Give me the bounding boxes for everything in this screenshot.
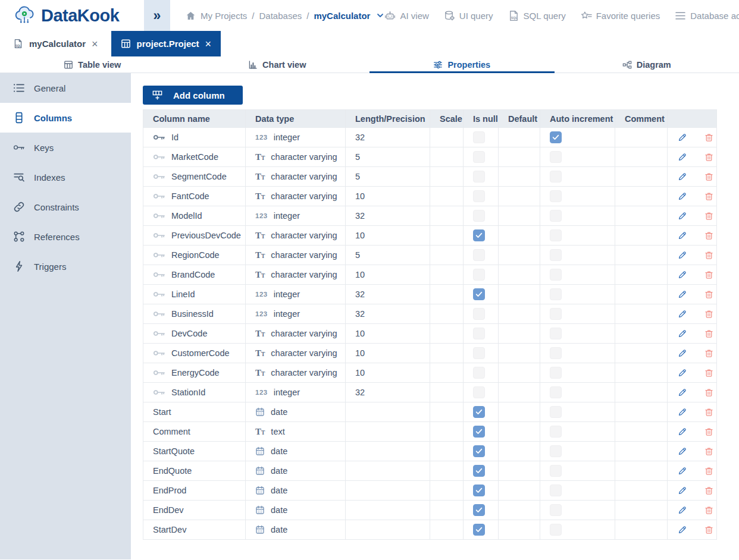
is-null-checkbox[interactable]: [473, 171, 485, 183]
sidebar-item-triggers[interactable]: Triggers: [0, 251, 131, 281]
auto-increment-checkbox[interactable]: [550, 171, 562, 183]
edit-column-button[interactable]: [677, 466, 687, 476]
tab-properties[interactable]: Properties: [370, 56, 555, 73]
tab-mycalculator[interactable]: SQL myCalculator ×: [4, 31, 108, 56]
ai-view-button[interactable]: AI view: [384, 10, 428, 21]
delete-column-button[interactable]: [704, 231, 714, 241]
is-null-checkbox[interactable]: [473, 426, 485, 438]
is-null-checkbox[interactable]: [473, 465, 485, 477]
edit-column-button[interactable]: [677, 250, 687, 260]
delete-column-button[interactable]: [704, 427, 714, 437]
sql-query-button[interactable]: SQL SQL query: [508, 10, 566, 21]
ui-query-button[interactable]: UI query: [444, 10, 493, 21]
delete-column-button[interactable]: [704, 211, 714, 221]
delete-column-button[interactable]: [704, 152, 714, 162]
auto-increment-checkbox[interactable]: [550, 445, 562, 457]
chevron-down-icon[interactable]: [376, 11, 384, 20]
edit-column-button[interactable]: [677, 152, 687, 162]
close-icon[interactable]: ×: [92, 39, 98, 49]
edit-column-button[interactable]: [677, 368, 687, 378]
edit-column-button[interactable]: [677, 388, 687, 398]
auto-increment-checkbox[interactable]: [550, 328, 562, 339]
database-actions-button[interactable]: Database actions: [675, 10, 739, 21]
is-null-checkbox[interactable]: [473, 308, 485, 320]
delete-column-button[interactable]: [704, 309, 714, 319]
auto-increment-checkbox[interactable]: [550, 504, 562, 516]
auto-increment-checkbox[interactable]: [550, 288, 562, 300]
close-icon[interactable]: ×: [205, 39, 212, 49]
auto-increment-checkbox[interactable]: [550, 269, 562, 281]
edit-column-button[interactable]: [677, 329, 687, 339]
edit-column-button[interactable]: [677, 525, 687, 535]
delete-column-button[interactable]: [704, 466, 714, 476]
auto-increment-checkbox[interactable]: [550, 131, 562, 143]
sidebar-item-indexes[interactable]: Indexes: [0, 162, 131, 192]
edit-column-button[interactable]: [677, 407, 687, 417]
edit-column-button[interactable]: [677, 133, 687, 143]
is-null-checkbox[interactable]: [473, 288, 485, 300]
is-null-checkbox[interactable]: [473, 504, 485, 516]
is-null-checkbox[interactable]: [473, 367, 485, 379]
auto-increment-checkbox[interactable]: [550, 465, 562, 477]
home-icon[interactable]: [186, 11, 196, 21]
sidebar-item-references[interactable]: References: [0, 222, 131, 251]
is-null-checkbox[interactable]: [473, 328, 485, 339]
edit-column-button[interactable]: [677, 486, 687, 496]
delete-column-button[interactable]: [704, 525, 714, 535]
edit-column-button[interactable]: [677, 505, 687, 515]
add-column-button[interactable]: Add column: [143, 86, 243, 105]
tab-table-view[interactable]: Table view: [0, 56, 185, 73]
edit-column-button[interactable]: [677, 172, 687, 182]
delete-column-button[interactable]: [704, 368, 714, 378]
is-null-checkbox[interactable]: [473, 269, 485, 281]
edit-column-button[interactable]: [677, 290, 687, 300]
delete-column-button[interactable]: [704, 446, 714, 457]
edit-column-button[interactable]: [677, 231, 687, 241]
is-null-checkbox[interactable]: [473, 229, 485, 241]
breadcrumb-item-databases[interactable]: Databases: [259, 11, 302, 21]
auto-increment-checkbox[interactable]: [550, 229, 562, 241]
is-null-checkbox[interactable]: [473, 524, 485, 536]
sidebar-item-constraints[interactable]: Constraints: [0, 192, 131, 222]
delete-column-button[interactable]: [704, 348, 714, 358]
auto-increment-checkbox[interactable]: [550, 485, 562, 496]
breadcrumb-item-my-projects[interactable]: My Projects: [201, 11, 247, 21]
edit-column-button[interactable]: [677, 446, 687, 457]
tab-diagram[interactable]: Diagram: [555, 56, 739, 73]
delete-column-button[interactable]: [704, 270, 714, 280]
auto-increment-checkbox[interactable]: [550, 249, 562, 261]
is-null-checkbox[interactable]: [473, 445, 485, 457]
favorite-queries-button[interactable]: Favorite queries: [581, 10, 660, 21]
auto-increment-checkbox[interactable]: [550, 367, 562, 379]
is-null-checkbox[interactable]: [473, 485, 485, 496]
edit-column-button[interactable]: [677, 348, 687, 358]
delete-column-button[interactable]: [704, 505, 714, 515]
delete-column-button[interactable]: [704, 388, 714, 398]
delete-column-button[interactable]: [704, 172, 714, 182]
sidebar-item-general[interactable]: General: [0, 73, 131, 103]
auto-increment-checkbox[interactable]: [550, 190, 562, 202]
edit-column-button[interactable]: [677, 211, 687, 221]
is-null-checkbox[interactable]: [473, 347, 485, 359]
delete-column-button[interactable]: [704, 329, 714, 339]
delete-column-button[interactable]: [704, 486, 714, 496]
sidebar-item-keys[interactable]: Keys: [0, 133, 131, 162]
auto-increment-checkbox[interactable]: [550, 347, 562, 359]
auto-increment-checkbox[interactable]: [550, 524, 562, 536]
is-null-checkbox[interactable]: [473, 210, 485, 222]
auto-increment-checkbox[interactable]: [550, 151, 562, 163]
is-null-checkbox[interactable]: [473, 386, 485, 398]
is-null-checkbox[interactable]: [473, 406, 485, 418]
edit-column-button[interactable]: [677, 270, 687, 280]
is-null-checkbox[interactable]: [473, 131, 485, 143]
tab-chart-view[interactable]: Chart view: [185, 56, 370, 73]
is-null-checkbox[interactable]: [473, 249, 485, 261]
auto-increment-checkbox[interactable]: [550, 406, 562, 418]
auto-increment-checkbox[interactable]: [550, 210, 562, 222]
delete-column-button[interactable]: [704, 250, 714, 260]
delete-column-button[interactable]: [704, 290, 714, 300]
delete-column-button[interactable]: [704, 407, 714, 417]
delete-column-button[interactable]: [704, 191, 714, 202]
tab-project-project[interactable]: project.Project ×: [111, 31, 221, 56]
sidebar-item-columns[interactable]: Columns: [0, 103, 131, 133]
